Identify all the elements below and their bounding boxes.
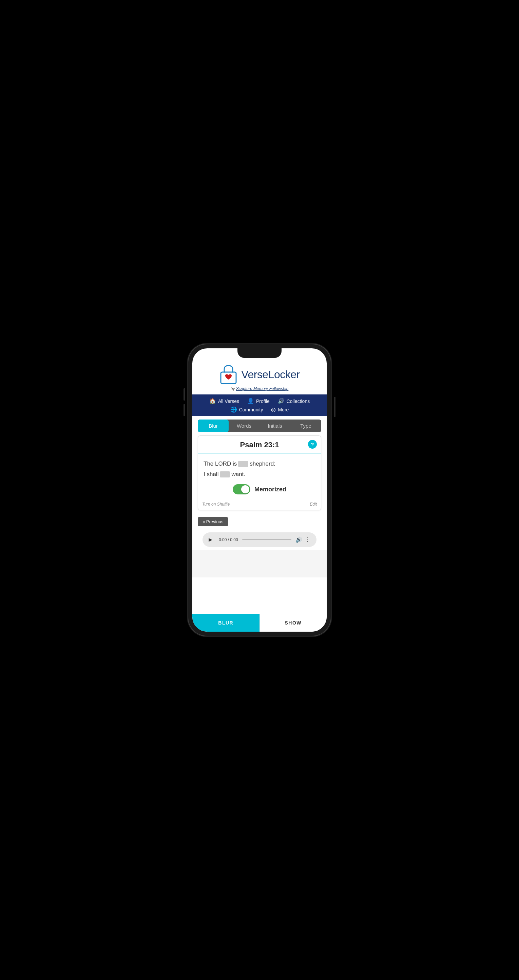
nav-bar: 🏠 All Verses 👤 Profile 🔊 Collections 🌐: [192, 395, 327, 416]
logo-row: VerseLocker: [219, 364, 300, 384]
app-content: VerseLocker by Scripture Memory Fellowsh…: [192, 348, 327, 614]
logo-section: VerseLocker by Scripture Memory Fellowsh…: [192, 358, 327, 395]
tab-initials[interactable]: Initials: [260, 420, 291, 432]
verse-line1-after: shepherd;: [250, 459, 275, 469]
content-spacer: [192, 550, 327, 578]
memorized-label: Memorized: [254, 486, 286, 493]
nav-all-verses-label: All Verses: [218, 399, 239, 404]
nav-profile[interactable]: 👤 Profile: [247, 398, 270, 404]
volume-up-button[interactable]: [184, 388, 185, 401]
verse-line2-before: I shall: [204, 469, 219, 480]
phone-frame: VerseLocker by Scripture Memory Fellowsh…: [188, 344, 331, 636]
blur-action-button[interactable]: BLUR: [192, 614, 260, 632]
nav-collections[interactable]: 🔊 Collections: [278, 398, 310, 404]
verse-card: Psalm 23:1 ? The LORD is shepherd; I sha…: [198, 436, 321, 510]
nav-more[interactable]: ◎ More: [271, 406, 289, 413]
bottom-bar: BLUR SHOW: [192, 614, 327, 632]
speaker-icon: 🔊: [278, 398, 284, 404]
nav-all-verses[interactable]: 🏠 All Verses: [209, 398, 239, 404]
subtitle-link[interactable]: Scripture Memory Fellowship: [236, 386, 289, 391]
show-action-button[interactable]: SHOW: [260, 614, 327, 632]
time-display: 0:00 / 0:00: [219, 538, 238, 542]
verse-header: Psalm 23:1 ?: [198, 436, 321, 453]
person-icon: 👤: [247, 398, 254, 404]
verse-body: The LORD is shepherd; I shall want. Memo…: [198, 453, 321, 501]
verse-line-1: The LORD is shepherd;: [204, 459, 315, 469]
verse-reference: Psalm 23:1: [240, 441, 279, 449]
volume-icon[interactable]: 🔊: [295, 536, 302, 543]
memorized-row: Memorized: [204, 479, 315, 498]
nav-row-2: 🌐 Community ◎ More: [199, 406, 320, 413]
notch: [238, 348, 281, 358]
audio-controls: 🔊 ⋮: [295, 536, 310, 543]
blur-word-1: [238, 461, 248, 467]
verse-line2-after: want.: [232, 469, 245, 480]
subtitle: by Scripture Memory Fellowship: [231, 386, 289, 391]
more-icon: ◎: [271, 406, 276, 413]
nav-community[interactable]: 🌐 Community: [230, 406, 263, 413]
nav-community-label: Community: [239, 407, 263, 412]
tab-bar: Blur Words Initials Type: [198, 420, 321, 432]
help-button[interactable]: ?: [308, 440, 317, 449]
lock-logo-icon: [219, 364, 238, 384]
previous-button[interactable]: « Previous: [198, 517, 228, 526]
globe-icon: 🌐: [230, 406, 237, 413]
play-button[interactable]: ▶: [209, 537, 215, 543]
verse-footer: Turn on Shuffle Edit: [198, 501, 321, 510]
nav-more-label: More: [278, 407, 289, 412]
phone-screen: VerseLocker by Scripture Memory Fellowsh…: [192, 348, 327, 632]
audio-player: ▶ 0:00 / 0:00 🔊 ⋮: [203, 532, 316, 547]
toggle-knob: [241, 485, 249, 493]
audio-progress-bar[interactable]: [242, 539, 291, 540]
memorized-toggle[interactable]: [233, 484, 250, 495]
verse-line1-before: The LORD is: [204, 459, 237, 469]
app-name: VerseLocker: [241, 368, 300, 381]
nav-row-1: 🏠 All Verses 👤 Profile 🔊 Collections: [199, 398, 320, 404]
tab-words[interactable]: Words: [228, 420, 260, 432]
shuffle-link[interactable]: Turn on Shuffle: [202, 502, 230, 507]
nav-profile-label: Profile: [256, 399, 270, 404]
power-button[interactable]: [334, 397, 335, 417]
more-options-icon[interactable]: ⋮: [305, 536, 310, 543]
tab-blur[interactable]: Blur: [198, 420, 228, 432]
home-icon: 🏠: [209, 398, 216, 404]
verse-line-2: I shall want.: [204, 469, 315, 480]
edit-link[interactable]: Edit: [310, 502, 317, 507]
volume-down-button[interactable]: [184, 404, 185, 416]
blur-word-2: [220, 471, 230, 477]
tab-type[interactable]: Type: [291, 420, 321, 432]
nav-collections-label: Collections: [287, 399, 310, 404]
